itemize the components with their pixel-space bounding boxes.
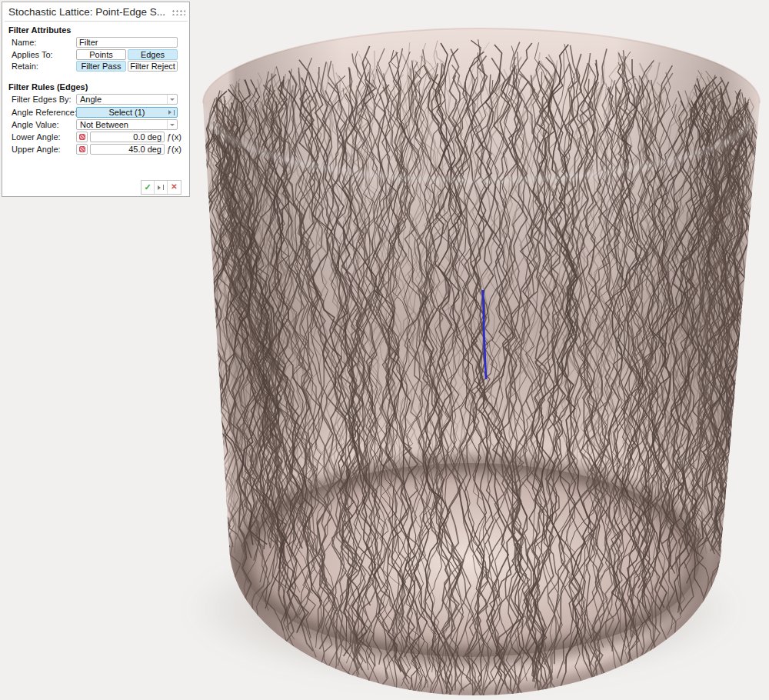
angle-value-value: Not Between [80, 120, 128, 129]
lower-angle-ramp-button[interactable] [76, 132, 88, 142]
filter-edges-by-value: Angle [80, 95, 102, 104]
filter-rules-heading: Filter Rules (Edges) [8, 82, 88, 92]
filter-attributes-heading: Filter Attributes [8, 25, 72, 35]
points-toggle-button[interactable]: Points [76, 49, 126, 60]
upper-angle-label: Upper Angle: [12, 145, 61, 154]
upper-angle-input[interactable] [90, 144, 165, 155]
apply-and-continue-button[interactable] [155, 181, 168, 194]
name-label: Name: [12, 38, 36, 47]
fx-icon[interactable]: ƒ(x) [167, 132, 181, 142]
angle-reference-label: Angle Reference: [12, 108, 77, 117]
name-input[interactable] [76, 37, 178, 48]
title-separator [5, 21, 188, 22]
filter-pass-toggle-button[interactable]: Filter Pass [76, 61, 126, 72]
fx-icon[interactable]: ƒ(x) [167, 145, 181, 154]
angle-reference-select-button[interactable]: Select (1) [76, 107, 178, 118]
ramp-icon [79, 134, 85, 140]
ramp-icon [79, 146, 85, 152]
pick-to-end-icon [168, 110, 175, 115]
chevron-down-icon[interactable] [167, 95, 177, 104]
filter-reject-toggle-button[interactable]: Filter Reject [128, 61, 178, 72]
lower-angle-label: Lower Angle: [12, 132, 61, 142]
filter-edges-by-label: Filter Edges By: [12, 95, 72, 104]
panel-footer-buttons: ✓ ✕ [141, 180, 181, 195]
drag-grip-icon[interactable] [171, 9, 185, 15]
filter-edges-by-dropdown[interactable]: Angle [76, 94, 178, 105]
upper-angle-ramp-button[interactable] [76, 144, 88, 155]
chevron-down-icon[interactable] [167, 120, 177, 129]
angle-value-dropdown[interactable]: Not Between [76, 119, 178, 130]
edges-toggle-button[interactable]: Edges [128, 49, 178, 60]
retain-label: Retain: [12, 62, 38, 71]
confirm-button[interactable]: ✓ [141, 181, 155, 194]
block-panel: Stochastic Lattice: Point-Edge S... Filt… [2, 2, 190, 197]
play-to-end-icon [158, 185, 165, 190]
angle-reference-value: Select (1) [108, 108, 145, 117]
angle-value-label: Angle Value: [12, 120, 59, 129]
panel-title: Stochastic Lattice: Point-Edge S... [8, 6, 165, 18]
applies-to-label: Applies To: [12, 50, 53, 59]
lower-angle-input[interactable] [90, 132, 165, 142]
cancel-button[interactable]: ✕ [168, 181, 181, 194]
